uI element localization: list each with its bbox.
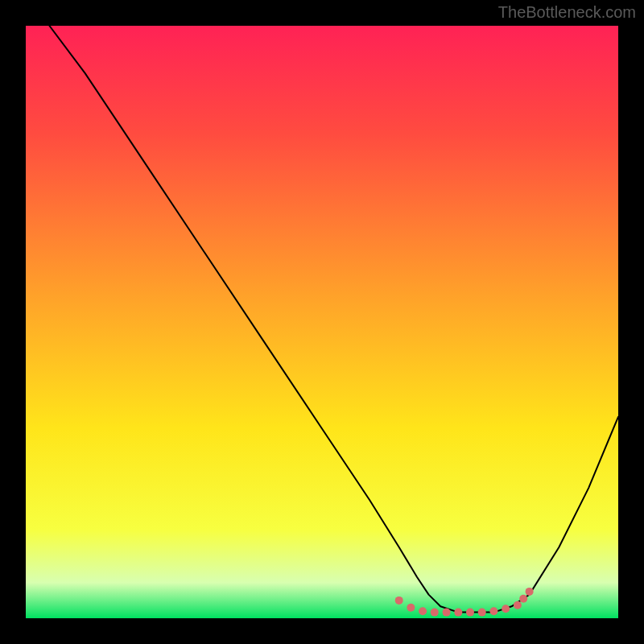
chart-svg [26,26,618,618]
data-marker [519,595,527,603]
data-marker [514,601,522,609]
data-marker [466,609,474,617]
data-marker [419,607,427,615]
watermark-text: TheBottleneck.com [498,3,636,22]
data-marker [502,605,510,613]
data-marker [454,609,462,617]
gradient-background [26,26,618,618]
data-marker [431,609,439,617]
data-marker [478,609,486,617]
data-marker [489,607,497,615]
data-marker [526,588,534,596]
chart-area [26,26,618,618]
data-marker [407,604,415,612]
data-marker [443,609,451,617]
data-marker [395,597,403,605]
